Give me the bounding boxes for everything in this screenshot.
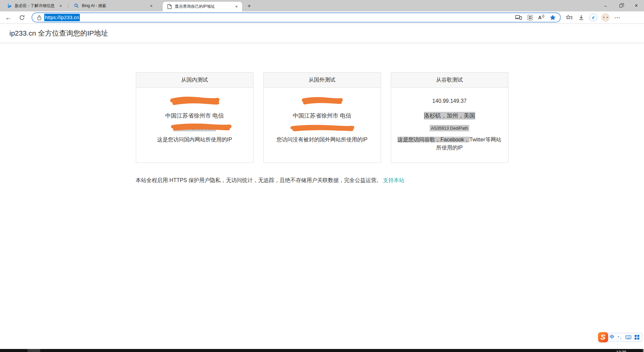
search-icon [74,3,79,8]
card-note: 您访问没有被封的国外网站所使用的IP [273,136,371,144]
lock-icon[interactable] [36,15,43,20]
card-domestic-test: 从国内测试 中国江苏省徐州市 电信 AS4134 CHINANET 这是您访问国… [136,72,254,163]
redacted-ip [169,96,220,106]
read-aloud-button[interactable]: A [537,13,546,22]
download-icon [579,15,584,20]
card-note: 这是您访问谷歌，Facebook，Twitter等网站所使用的IP [394,136,504,152]
orange-scribble-icon [301,97,343,105]
redacted-asn [290,125,354,132]
page-header: ip233.cn 全方位查询您的IP地址 [0,24,644,43]
support-site-link[interactable]: 支持本站 [383,177,405,183]
ie-mode-button[interactable]: e [588,12,598,23]
ime-punctuation-button[interactable]: °， [618,335,622,340]
note-selected-part: 这是您访问谷歌，Facebook， [397,137,469,142]
new-tab-button[interactable]: + [245,3,253,9]
ip-location-selected: 洛杉矶，加州，美国 [424,112,475,120]
ellipsis-icon: ··· [614,15,621,20]
close-icon[interactable]: × [233,4,239,10]
minimize-button[interactable]: – [598,0,613,11]
avatar [601,13,609,21]
close-icon[interactable]: × [148,3,154,9]
taskbar-active-app-segment[interactable] [28,349,40,352]
tab-ip-lookup[interactable]: 显示查询自己的IP地址 × [163,2,242,11]
tab-title: 显示查询自己的IP地址 [175,4,231,9]
ime-toolbox-button[interactable] [635,335,639,340]
tab-bing-ai[interactable]: Bing AI - 搜索 × [70,0,157,11]
web-capture-button[interactable] [525,13,535,22]
page-icon [167,4,172,9]
tab-title: Bing AI - 搜索 [82,3,146,9]
profile-button[interactable] [600,12,610,23]
downloads-button[interactable] [576,12,586,23]
bing-icon [7,3,12,8]
settings-menu-button[interactable]: ··· [612,12,623,23]
redacted-ip [301,96,343,106]
collections-star-icon [566,15,573,20]
refresh-icon [19,15,25,20]
capture-grid-icon [527,15,533,20]
close-window-button[interactable]: × [629,0,644,11]
card-note: 这是您访问国内网站所使用的IP [154,136,235,144]
sound-waves-icon [542,14,545,18]
ip-location: 中国江苏省徐州市 电信 [165,111,224,120]
favorite-page-button[interactable] [548,13,557,22]
card-title: 从谷歌测试 [391,73,508,88]
card-title: 从国外测试 [264,73,381,88]
collections-button[interactable] [564,12,574,23]
star-filled-icon [550,14,556,20]
back-button[interactable]: ← [3,12,13,23]
asn-selected: AS35913 DediPath [430,125,470,131]
sogou-logo-icon[interactable]: S [598,332,608,342]
keyboard-icon [626,335,631,339]
card-google-test: 从谷歌测试 140.99.149.37 洛杉矶，加州，美国 AS35913 De… [391,72,508,163]
orange-scribble-icon [290,124,354,132]
restore-icon [620,4,623,7]
refresh-button[interactable] [17,12,27,23]
window-controls: – × [598,0,644,11]
orange-scribble-icon [170,123,231,132]
show-desktop-edge[interactable] [643,349,644,352]
toolbar-right-icons: e ··· [564,12,625,23]
card-abroad-test: 从国外测试 中国江苏省徐州市 电信 您访问没有被封的国外网站所使用的IP [263,72,381,163]
restore-button[interactable] [613,0,629,11]
ime-keyboard-button[interactable] [626,335,631,339]
ip-location: 中国江苏省徐州市 电信 [293,111,352,120]
card-title: 从国内测试 [136,73,253,88]
tab-bar: 新必应 - 了解详细信息 × Bing AI - 搜索 × 显示查询自己的IP地… [0,0,644,11]
taskbar-clock: 13:39 [616,350,630,352]
send-to-devices-button[interactable] [514,13,523,22]
note-plain-part: Twitter等网站 [470,137,501,142]
ime-chinese-mode-button[interactable]: 中 [610,334,614,340]
url-input[interactable]: https://ip233.cn [44,14,80,21]
address-bar[interactable]: https://ip233.cn A [32,12,561,23]
page-title: ip233.cn 全方位查询您的IP地址 [9,29,108,38]
browser-toolbar: ← https://ip233.cn A e [0,11,644,24]
close-icon[interactable]: × [58,3,64,9]
redacted-asn: AS4134 CHINANET [173,125,216,132]
devices-icon [515,15,522,20]
footer-text: 本站全程启用 HTTPS 保护用户隐私，无访问统计，无追踪，且绝不存储用户关联数… [136,177,382,183]
ip-address: 140.99.149.37 [432,96,467,106]
note-line2: 所使用的IP [436,145,463,150]
tab-title: 新必应 - 了解详细信息 [15,3,55,9]
toolbox-grid-icon [635,335,639,340]
tab-bing-info[interactable]: 新必应 - 了解详细信息 × [3,0,66,11]
orange-scribble-icon [169,96,220,106]
tab-divider [68,3,68,8]
site-footer: 本站全程启用 HTTPS 保护用户隐私，无访问统计，无追踪，且绝不存储用户关联数… [136,177,508,184]
read-aloud-icon: A [538,15,541,20]
taskbar-sliver[interactable]: 13:39 [0,349,644,352]
ie-icon: e [590,14,597,21]
ip-cards: 从国内测试 中国江苏省徐州市 电信 AS4134 CHINANET 这是您访问国… [136,72,508,163]
sogou-ime-bar: S 中 °， [598,333,642,342]
